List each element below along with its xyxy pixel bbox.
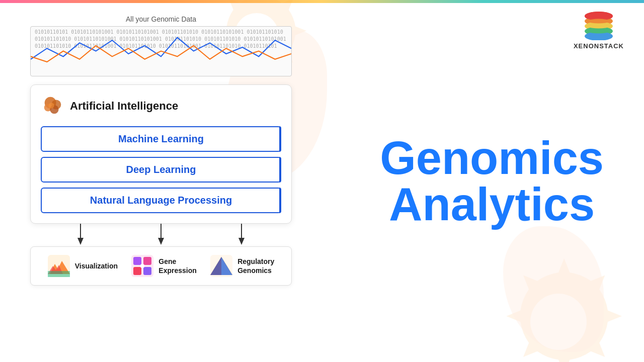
arrows-svg xyxy=(30,224,292,246)
outputs-box: Visualization GeneExpression xyxy=(30,246,292,286)
svg-point-28 xyxy=(140,264,144,268)
svg-rect-24 xyxy=(133,257,141,265)
svg-marker-16 xyxy=(158,238,164,245)
regulatory-genomics-icon xyxy=(210,255,232,277)
chart-box: 01010110101 01010110101001 0101011010100… xyxy=(30,26,292,76)
visualization-icon xyxy=(48,255,70,277)
regulatory-genomics-label: RegulatoryGenomics xyxy=(237,257,274,275)
logo-area: XENONSTACK xyxy=(574,10,624,50)
genomic-chart-container: All your Genomic Data 01010110101 010101… xyxy=(30,15,292,76)
nlp-label: Natural Language Processing xyxy=(90,195,232,206)
svg-marker-18 xyxy=(238,238,245,245)
svg-rect-25 xyxy=(143,257,151,265)
ai-item-dl: Deep Learning xyxy=(41,157,281,183)
svg-rect-22 xyxy=(48,271,70,277)
ai-title: Artificial Intelligence xyxy=(70,100,178,113)
brain-icon xyxy=(41,94,65,118)
visualization-label: Visualization xyxy=(75,261,118,270)
gene-expression-icon xyxy=(131,255,153,277)
gene-expression-label: GeneExpression xyxy=(158,257,196,275)
nlp-right-accent xyxy=(279,188,281,213)
ml-right-accent xyxy=(279,126,281,152)
title-line2: Analytics xyxy=(380,181,604,227)
dl-label: Deep Learning xyxy=(126,164,196,175)
ai-item-nlp: Natural Language Processing xyxy=(41,188,281,213)
chart-label: All your Genomic Data xyxy=(30,15,292,23)
output-gene-expression: GeneExpression xyxy=(131,255,196,277)
ai-item-ml: Machine Learning xyxy=(41,126,281,152)
dl-right-accent xyxy=(279,157,281,183)
svg-marker-14 xyxy=(77,238,84,245)
chart-svg xyxy=(31,27,291,75)
ai-box: Artificial Intelligence Machine Learning… xyxy=(30,84,292,224)
connection-lines xyxy=(30,224,292,246)
title-line1: Genomics xyxy=(380,135,604,181)
output-visualization: Visualization xyxy=(48,255,118,277)
logo-text: XENONSTACK xyxy=(574,42,624,50)
ai-header: Artificial Intelligence xyxy=(41,94,281,118)
svg-rect-27 xyxy=(143,267,151,275)
output-regulatory-genomics: RegulatoryGenomics xyxy=(210,255,274,277)
top-gradient-bar xyxy=(0,0,644,3)
ai-items-list: Machine Learning Deep Learning Natural L… xyxy=(41,126,281,213)
svg-rect-26 xyxy=(133,267,141,275)
right-title: Genomics Analytics xyxy=(380,135,604,227)
svg-point-12 xyxy=(48,103,54,109)
logo-icon xyxy=(581,10,616,40)
ml-label: Machine Learning xyxy=(118,133,204,145)
left-panel: All your Genomic Data 01010110101 010101… xyxy=(30,15,292,286)
